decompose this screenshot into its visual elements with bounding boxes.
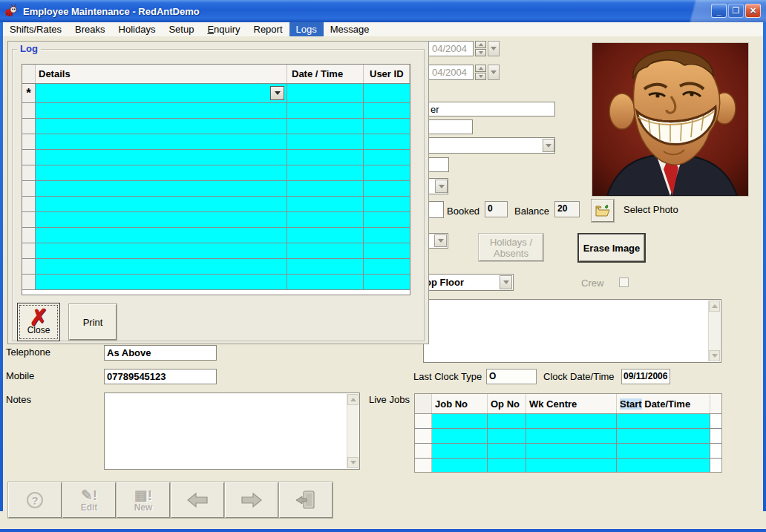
grid-cell[interactable] [526, 414, 617, 428]
menu-item-holidays[interactable]: Holidays [112, 22, 163, 36]
grid-cell[interactable] [36, 275, 287, 289]
start-date-dropdown[interactable] [488, 41, 500, 56]
grid-cell[interactable] [617, 414, 710, 428]
grid-cell[interactable] [287, 165, 364, 180]
column-header-details[interactable]: Details [36, 65, 287, 83]
grid-cell[interactable] [617, 429, 710, 443]
grid-cell[interactable] [36, 259, 287, 274]
grid-cell[interactable] [287, 243, 364, 258]
next-button[interactable] [225, 482, 278, 518]
minimize-button[interactable]: _ [711, 4, 727, 18]
grid-cell[interactable] [36, 134, 287, 149]
edit-button[interactable]: ✎! Edit [62, 482, 116, 518]
grid-cell[interactable] [364, 243, 410, 258]
grid-cell[interactable] [364, 259, 410, 274]
holidays-absents-button[interactable]: Holidays / Absents [479, 234, 543, 261]
grid-cell[interactable] [364, 228, 410, 243]
grid-cell[interactable] [526, 429, 617, 443]
grid-cell[interactable] [432, 429, 488, 443]
column-header-job-no[interactable]: Job No [432, 394, 488, 413]
scroll-down-icon[interactable] [709, 350, 720, 361]
exit-button[interactable] [279, 482, 333, 518]
close-window-button[interactable]: ✕ [745, 4, 761, 18]
combo-2-dropdown-icon[interactable] [435, 180, 448, 193]
scroll-up-icon[interactable] [709, 301, 720, 312]
grid-cell[interactable] [287, 134, 364, 149]
grid-cell[interactable] [287, 275, 364, 289]
end-date-spinner[interactable] [475, 65, 486, 80]
help-button[interactable]: ? [8, 482, 62, 518]
combo-1-dropdown-icon[interactable] [543, 139, 554, 152]
menu-item-logs[interactable]: Logs [289, 22, 324, 36]
grid-cell[interactable] [364, 134, 410, 149]
grid-cell[interactable] [364, 197, 410, 211]
grid-cell[interactable] [526, 444, 617, 458]
spin-up-icon[interactable] [475, 65, 486, 72]
grid-cell[interactable] [526, 459, 617, 473]
grid-cell[interactable] [36, 228, 287, 243]
grid-cell[interactable] [364, 181, 410, 196]
previous-button[interactable] [171, 482, 224, 518]
menu-item-breaks[interactable]: Breaks [68, 22, 111, 36]
telephone-field[interactable]: As Above [104, 345, 217, 361]
grid-cell[interactable] [36, 243, 287, 258]
print-button[interactable]: Print [69, 304, 117, 340]
grid-cell[interactable] [364, 84, 410, 102]
grid-cell[interactable] [364, 150, 410, 165]
menu-item-message[interactable]: Message [324, 22, 376, 36]
scroll-down-icon[interactable] [347, 457, 359, 468]
column-header-start-date-time[interactable]: Start Date/Time [617, 394, 710, 413]
column-header-userid[interactable]: User ID [364, 65, 410, 83]
comments-scrollbar[interactable] [708, 301, 720, 361]
grid-cell[interactable] [488, 429, 526, 443]
spin-up-icon[interactable] [475, 41, 486, 48]
start-date-spinner[interactable] [475, 41, 486, 56]
grid-cell[interactable] [364, 212, 410, 227]
grid-cell[interactable] [36, 150, 287, 165]
grid-cell[interactable] [287, 103, 364, 118]
erase-image-button[interactable]: Erase Image [579, 234, 644, 261]
notes-field[interactable] [104, 393, 360, 470]
department-dropdown-icon[interactable] [500, 275, 512, 289]
spin-down-icon[interactable] [475, 49, 486, 56]
column-header-wk-centre[interactable]: Wk Centre [526, 394, 617, 413]
column-header-datetime[interactable]: Date / Time [287, 65, 364, 83]
grid-cell[interactable] [432, 414, 488, 428]
maximize-button[interactable]: ❐ [728, 4, 744, 18]
grid-cell[interactable] [617, 444, 710, 458]
notes-scrollbar[interactable] [347, 394, 359, 468]
combo-3-dropdown-icon[interactable] [434, 234, 447, 247]
grid-cell[interactable] [364, 165, 410, 180]
menu-item-setup[interactable]: Setup [162, 22, 200, 36]
grid-cell[interactable] [36, 212, 287, 227]
grid-cell[interactable] [36, 84, 287, 102]
new-button[interactable]: ▦! New [117, 482, 170, 518]
end-date-dropdown[interactable] [488, 65, 500, 80]
comments-field[interactable] [423, 299, 721, 363]
close-button[interactable]: ✗ Close [17, 303, 60, 341]
mobile-field[interactable]: 07789545123 [104, 369, 217, 384]
grid-cell[interactable] [287, 150, 364, 165]
scroll-up-icon[interactable] [347, 394, 359, 405]
menu-item-enquiry[interactable]: Enquiry [200, 22, 246, 36]
grid-cell[interactable] [488, 444, 526, 458]
grid-cell[interactable] [364, 275, 410, 289]
grid-cell[interactable] [432, 459, 488, 473]
grid-cell[interactable] [488, 459, 526, 473]
grid-cell[interactable] [432, 444, 488, 458]
grid-cell[interactable] [287, 181, 364, 196]
grid-cell[interactable] [287, 197, 364, 211]
grid-cell[interactable] [287, 212, 364, 227]
grid-cell[interactable] [364, 119, 410, 134]
grid-cell[interactable] [287, 228, 364, 243]
menu-item-shifts-rates[interactable]: Shifts/Rates [3, 22, 68, 36]
grid-cell[interactable] [617, 459, 710, 473]
details-dropdown-button[interactable] [270, 86, 284, 100]
grid-cell[interactable] [36, 197, 287, 211]
grid-cell[interactable] [287, 259, 364, 274]
column-header-op-no[interactable]: Op No [488, 394, 526, 413]
crew-checkbox[interactable] [619, 278, 629, 287]
select-photo-button[interactable] [592, 200, 614, 222]
grid-cell[interactable] [287, 119, 364, 134]
grid-cell[interactable] [36, 165, 287, 180]
